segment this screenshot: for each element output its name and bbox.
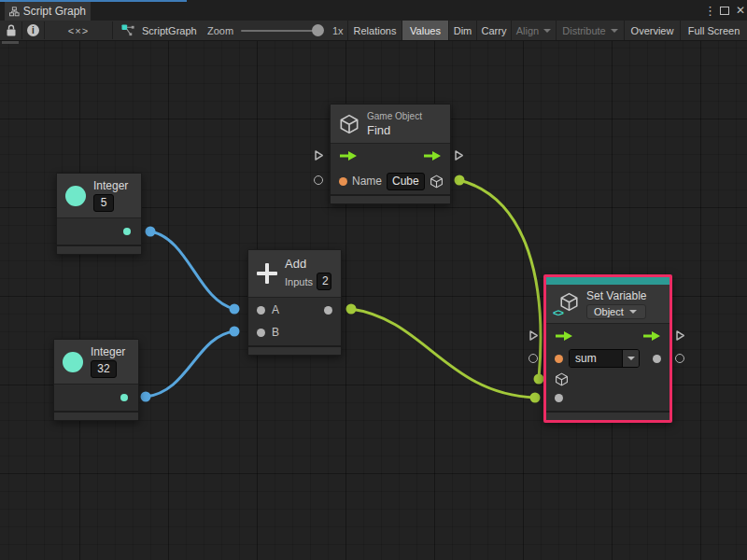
- window-menu-icon[interactable]: ⋮: [704, 4, 713, 18]
- node-footer: [54, 411, 138, 420]
- node-set-variable[interactable]: <> Set Variable Object sum: [546, 277, 669, 420]
- object-input-port[interactable]: [555, 372, 569, 386]
- align-button[interactable]: Align: [511, 21, 556, 40]
- name-input-port[interactable]: [339, 177, 347, 186]
- distribute-button[interactable]: Distribute: [556, 21, 624, 40]
- node-footer: [546, 411, 669, 420]
- distribute-caret-icon: [611, 29, 618, 33]
- code-icon: <×>: [68, 25, 89, 36]
- canvas-scroll-nub[interactable]: [2, 41, 19, 44]
- variable-name-dropdown[interactable]: sum: [569, 349, 640, 368]
- set-variable-icon: <>: [555, 292, 579, 315]
- setvar-flow-in-indicator[interactable]: [529, 329, 539, 342]
- integer-output-port[interactable]: [123, 228, 131, 235]
- gameobject-output-port[interactable]: [430, 175, 444, 189]
- integer-type-icon: [65, 186, 86, 206]
- graph-breadcrumb[interactable]: ScriptGraph: [142, 21, 197, 40]
- inputs-label: Inputs: [285, 276, 313, 287]
- flow-out-port[interactable]: [642, 330, 661, 342]
- node-footer: [331, 194, 450, 203]
- relations-button[interactable]: Relations: [347, 21, 402, 40]
- kind-caret-icon: [629, 310, 637, 314]
- node-footer: [248, 345, 341, 355]
- flow-in-port[interactable]: [339, 150, 358, 161]
- lock-button[interactable]: [0, 21, 21, 40]
- carry-button[interactable]: Carry: [476, 21, 511, 40]
- node-footer: [57, 245, 141, 254]
- info-icon: i: [27, 24, 39, 36]
- graph-toolbar: i <×> ScriptGraph Zoom 1x Relations Valu…: [0, 21, 747, 41]
- script-graph-icon: [121, 23, 135, 37]
- node-title: Set Variable: [586, 289, 646, 302]
- node-title: Find: [367, 123, 422, 137]
- title-bar: Script Graph ⋮ ✕: [0, 0, 747, 21]
- setvar-value-out-indicator[interactable]: [675, 354, 684, 363]
- info-button[interactable]: i: [22, 21, 44, 40]
- zoom-slider-track[interactable]: [241, 30, 321, 32]
- input-b-port[interactable]: [257, 329, 265, 337]
- close-icon[interactable]: ✕: [736, 4, 745, 17]
- lock-icon: [6, 24, 17, 36]
- find-flow-in-indicator[interactable]: [314, 149, 324, 161]
- integer-value-field[interactable]: 5: [93, 194, 114, 212]
- zoom-slider-handle[interactable]: [312, 24, 324, 36]
- variable-kind-dropdown[interactable]: Object: [586, 304, 646, 319]
- node-gameobject-find[interactable]: Game Object Find Name Cube: [330, 104, 451, 204]
- add-icon: [257, 263, 277, 284]
- maximize-icon[interactable]: [720, 7, 729, 15]
- node-integer-32[interactable]: Integer 32: [53, 339, 139, 421]
- dim-button[interactable]: Dim: [448, 21, 476, 40]
- sum-output-port[interactable]: [324, 306, 332, 315]
- setvar-name-in-indicator[interactable]: [529, 354, 538, 363]
- flow-in-port[interactable]: [555, 330, 573, 342]
- setvar-flow-out-indicator[interactable]: [675, 329, 685, 342]
- align-caret-icon: [543, 29, 551, 33]
- tab-script-graph[interactable]: Script Graph: [5, 2, 91, 21]
- selection-outline: <> Set Variable Object sum: [543, 274, 672, 423]
- fullscreen-button[interactable]: Full Screen: [680, 21, 747, 40]
- inputs-count-field[interactable]: 2: [317, 273, 331, 290]
- zoom-value: 1x: [332, 21, 344, 40]
- input-a-port[interactable]: [257, 306, 265, 315]
- gameobject-icon: [339, 114, 359, 134]
- overview-button[interactable]: Overview: [624, 21, 680, 40]
- name-caret-button[interactable]: [622, 350, 639, 367]
- input-b-label: B: [272, 326, 279, 339]
- zoom-label: Zoom: [207, 21, 233, 40]
- value-output-port[interactable]: [653, 355, 661, 363]
- node-title: Integer: [93, 179, 128, 192]
- flow-out-port[interactable]: [423, 150, 442, 161]
- find-name-in-indicator[interactable]: [314, 175, 323, 185]
- variable-kind-bar: [546, 277, 669, 285]
- tab-title: Script Graph: [23, 5, 86, 18]
- name-value-field[interactable]: Cube: [387, 173, 425, 190]
- input-a-label: A: [272, 303, 279, 316]
- graph-tab-icon: [9, 6, 20, 18]
- values-button[interactable]: Values: [402, 21, 448, 40]
- script-graph-window: Script Graph ⋮ ✕ i <×> Sc: [0, 0, 747, 560]
- integer-type-icon: [63, 352, 83, 372]
- node-title: Integer: [91, 345, 125, 358]
- name-port-label: Name: [352, 175, 382, 188]
- node-add[interactable]: Add Inputs 2 A B: [247, 249, 342, 356]
- node-integer-5[interactable]: Integer 5: [56, 173, 142, 255]
- find-flow-out-indicator[interactable]: [454, 149, 464, 161]
- integer-output-port[interactable]: [120, 394, 128, 401]
- integer-value-field[interactable]: 32: [91, 360, 117, 378]
- node-supertitle: Game Object: [367, 111, 422, 121]
- variable-name-port[interactable]: [555, 355, 563, 363]
- code-view-button[interactable]: <×>: [45, 21, 112, 40]
- value-input-port[interactable]: [555, 394, 563, 402]
- node-title: Add: [285, 257, 331, 271]
